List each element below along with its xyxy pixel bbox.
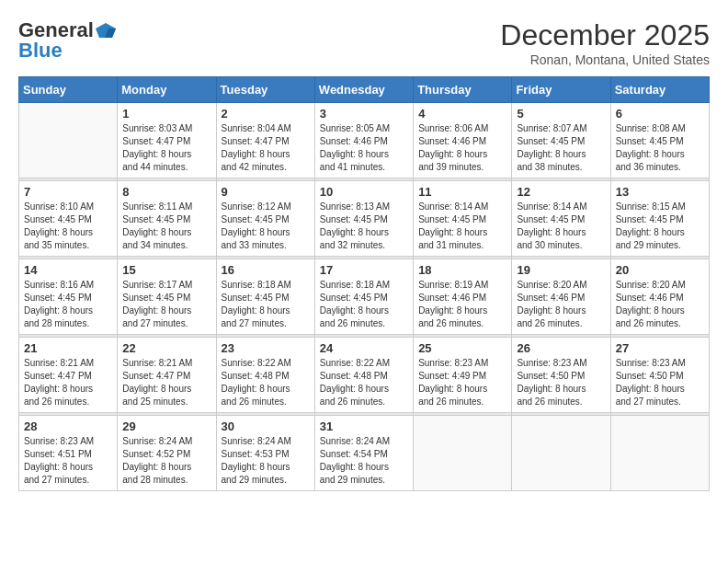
day-info: Sunrise: 8:17 AM Sunset: 4:45 PM Dayligh… <box>122 279 210 330</box>
header-sunday: Sunday <box>19 77 118 103</box>
day-info: Sunrise: 8:12 AM Sunset: 4:45 PM Dayligh… <box>222 201 310 252</box>
table-row: 20Sunrise: 8:20 AM Sunset: 4:46 PM Dayli… <box>610 259 709 335</box>
header-saturday: Saturday <box>610 77 709 103</box>
table-row: 19Sunrise: 8:20 AM Sunset: 4:46 PM Dayli… <box>512 259 610 335</box>
day-info: Sunrise: 8:24 AM Sunset: 4:54 PM Dayligh… <box>320 435 408 487</box>
table-row: 24Sunrise: 8:22 AM Sunset: 4:48 PM Dayli… <box>314 338 413 413</box>
day-number: 20 <box>616 263 704 277</box>
header-monday: Monday <box>118 77 216 103</box>
table-row: 28Sunrise: 8:23 AM Sunset: 4:51 PM Dayli… <box>19 416 118 491</box>
day-number: 2 <box>222 107 310 121</box>
day-number: 13 <box>616 185 704 199</box>
table-row: 23Sunrise: 8:22 AM Sunset: 4:48 PM Dayli… <box>216 338 314 413</box>
table-row: 13Sunrise: 8:15 AM Sunset: 4:45 PM Dayli… <box>610 181 709 257</box>
table-row <box>512 416 610 491</box>
day-info: Sunrise: 8:20 AM Sunset: 4:46 PM Dayligh… <box>517 279 605 330</box>
day-info: Sunrise: 8:13 AM Sunset: 4:45 PM Dayligh… <box>320 201 408 252</box>
day-number: 6 <box>616 107 704 121</box>
table-row: 9Sunrise: 8:12 AM Sunset: 4:45 PM Daylig… <box>216 181 314 257</box>
day-number: 18 <box>418 263 506 277</box>
table-row: 15Sunrise: 8:17 AM Sunset: 4:45 PM Dayli… <box>118 259 216 335</box>
logo: General Blue <box>18 18 118 63</box>
day-number: 16 <box>222 263 310 277</box>
calendar-week-row: 1Sunrise: 8:03 AM Sunset: 4:47 PM Daylig… <box>19 103 710 178</box>
day-info: Sunrise: 8:10 AM Sunset: 4:45 PM Dayligh… <box>24 201 112 252</box>
day-info: Sunrise: 8:03 AM Sunset: 4:47 PM Dayligh… <box>122 122 210 174</box>
day-info: Sunrise: 8:19 AM Sunset: 4:46 PM Dayligh… <box>418 279 506 330</box>
day-info: Sunrise: 8:21 AM Sunset: 4:47 PM Dayligh… <box>122 357 210 408</box>
table-row: 14Sunrise: 8:16 AM Sunset: 4:45 PM Dayli… <box>19 259 118 335</box>
day-number: 11 <box>418 185 506 199</box>
calendar-week-row: 14Sunrise: 8:16 AM Sunset: 4:45 PM Dayli… <box>19 259 710 335</box>
table-row <box>19 103 118 178</box>
day-number: 31 <box>320 419 408 433</box>
day-number: 15 <box>122 263 210 277</box>
page-header: General Blue December 2025 Ronan, Montan… <box>18 18 710 67</box>
day-number: 19 <box>517 263 605 277</box>
day-number: 25 <box>418 341 506 355</box>
day-info: Sunrise: 8:23 AM Sunset: 4:51 PM Dayligh… <box>24 435 112 487</box>
day-info: Sunrise: 8:24 AM Sunset: 4:52 PM Dayligh… <box>122 435 210 487</box>
table-row: 26Sunrise: 8:23 AM Sunset: 4:50 PM Dayli… <box>512 338 610 413</box>
day-number: 22 <box>122 341 210 355</box>
day-info: Sunrise: 8:06 AM Sunset: 4:46 PM Dayligh… <box>418 122 506 174</box>
day-info: Sunrise: 8:04 AM Sunset: 4:47 PM Dayligh… <box>222 122 310 174</box>
day-info: Sunrise: 8:18 AM Sunset: 4:45 PM Dayligh… <box>320 279 408 330</box>
day-number: 17 <box>320 263 408 277</box>
table-row: 10Sunrise: 8:13 AM Sunset: 4:45 PM Dayli… <box>314 181 413 257</box>
title-block: December 2025 Ronan, Montana, United Sta… <box>500 18 710 67</box>
table-row: 30Sunrise: 8:24 AM Sunset: 4:53 PM Dayli… <box>216 416 314 491</box>
table-row: 3Sunrise: 8:05 AM Sunset: 4:46 PM Daylig… <box>314 103 413 178</box>
month-year-title: December 2025 <box>500 18 710 52</box>
header-tuesday: Tuesday <box>216 77 314 103</box>
day-number: 26 <box>517 341 605 355</box>
day-number: 1 <box>122 107 210 121</box>
table-row: 12Sunrise: 8:14 AM Sunset: 4:45 PM Dayli… <box>512 181 610 257</box>
day-info: Sunrise: 8:23 AM Sunset: 4:50 PM Dayligh… <box>616 357 704 408</box>
table-row: 2Sunrise: 8:04 AM Sunset: 4:47 PM Daylig… <box>216 103 314 178</box>
day-number: 28 <box>24 419 112 433</box>
logo-blue: Blue <box>18 39 63 63</box>
day-number: 10 <box>320 185 408 199</box>
header-friday: Friday <box>512 77 610 103</box>
day-number: 8 <box>122 185 210 199</box>
day-number: 7 <box>24 185 112 199</box>
day-info: Sunrise: 8:08 AM Sunset: 4:45 PM Dayligh… <box>616 122 704 174</box>
table-row: 27Sunrise: 8:23 AM Sunset: 4:50 PM Dayli… <box>610 338 709 413</box>
table-row: 7Sunrise: 8:10 AM Sunset: 4:45 PM Daylig… <box>19 181 118 257</box>
day-info: Sunrise: 8:18 AM Sunset: 4:45 PM Dayligh… <box>222 279 310 330</box>
table-row: 18Sunrise: 8:19 AM Sunset: 4:46 PM Dayli… <box>414 259 512 335</box>
day-number: 9 <box>222 185 310 199</box>
day-info: Sunrise: 8:23 AM Sunset: 4:49 PM Dayligh… <box>418 357 506 408</box>
table-row: 16Sunrise: 8:18 AM Sunset: 4:45 PM Dayli… <box>216 259 314 335</box>
day-number: 12 <box>517 185 605 199</box>
days-header-row: Sunday Monday Tuesday Wednesday Thursday… <box>19 77 710 103</box>
day-info: Sunrise: 8:14 AM Sunset: 4:45 PM Dayligh… <box>418 201 506 252</box>
table-row: 17Sunrise: 8:18 AM Sunset: 4:45 PM Dayli… <box>314 259 413 335</box>
table-row: 31Sunrise: 8:24 AM Sunset: 4:54 PM Dayli… <box>314 416 413 491</box>
day-number: 14 <box>24 263 112 277</box>
table-row: 22Sunrise: 8:21 AM Sunset: 4:47 PM Dayli… <box>118 338 216 413</box>
day-info: Sunrise: 8:15 AM Sunset: 4:45 PM Dayligh… <box>616 201 704 252</box>
day-info: Sunrise: 8:23 AM Sunset: 4:50 PM Dayligh… <box>517 357 605 408</box>
table-row <box>610 416 709 491</box>
calendar-week-row: 7Sunrise: 8:10 AM Sunset: 4:45 PM Daylig… <box>19 181 710 257</box>
table-row: 6Sunrise: 8:08 AM Sunset: 4:45 PM Daylig… <box>610 103 709 178</box>
calendar-week-row: 28Sunrise: 8:23 AM Sunset: 4:51 PM Dayli… <box>19 416 710 491</box>
day-info: Sunrise: 8:11 AM Sunset: 4:45 PM Dayligh… <box>122 201 210 252</box>
day-number: 4 <box>418 107 506 121</box>
day-info: Sunrise: 8:07 AM Sunset: 4:45 PM Dayligh… <box>517 122 605 174</box>
day-info: Sunrise: 8:21 AM Sunset: 4:47 PM Dayligh… <box>24 357 112 408</box>
day-number: 27 <box>616 341 704 355</box>
header-thursday: Thursday <box>414 77 512 103</box>
day-info: Sunrise: 8:24 AM Sunset: 4:53 PM Dayligh… <box>222 435 310 487</box>
table-row: 25Sunrise: 8:23 AM Sunset: 4:49 PM Dayli… <box>414 338 512 413</box>
day-number: 24 <box>320 341 408 355</box>
location-text: Ronan, Montana, United States <box>500 52 710 67</box>
table-row: 4Sunrise: 8:06 AM Sunset: 4:46 PM Daylig… <box>414 103 512 178</box>
table-row: 11Sunrise: 8:14 AM Sunset: 4:45 PM Dayli… <box>414 181 512 257</box>
table-row: 1Sunrise: 8:03 AM Sunset: 4:47 PM Daylig… <box>118 103 216 178</box>
calendar-week-row: 21Sunrise: 8:21 AM Sunset: 4:47 PM Dayli… <box>19 338 710 413</box>
day-info: Sunrise: 8:22 AM Sunset: 4:48 PM Dayligh… <box>222 357 310 408</box>
day-number: 29 <box>122 419 210 433</box>
